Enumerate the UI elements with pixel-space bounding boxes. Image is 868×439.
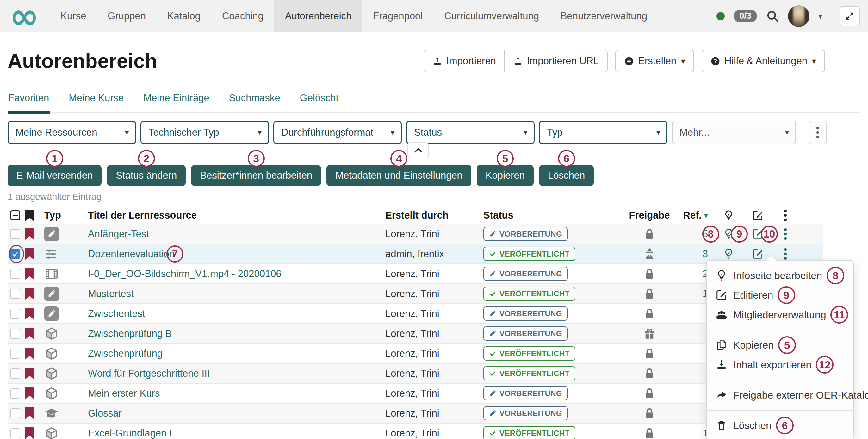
row-menu-kebab-icon-open[interactable] [784, 253, 787, 255]
openolat-infinity-logo[interactable]: ∞ [0, 0, 50, 32]
resource-title-link[interactable]: Glossar [88, 408, 122, 419]
nav-item-coaching[interactable]: Coaching [211, 0, 274, 32]
import-button[interactable]: Importieren [424, 50, 505, 72]
metadata-settings-button[interactable]: 4Metadaten und Einstellungen [327, 165, 471, 186]
row-select-checkbox[interactable] [10, 269, 20, 279]
fullscreen-toggle-button[interactable] [840, 6, 860, 26]
copy-button[interactable]: 5Kopieren [477, 165, 534, 186]
filter-technischer-typ[interactable]: Technischer Typ▾ [141, 121, 269, 144]
resource-title-link[interactable]: Zwischenprüfung [88, 348, 163, 359]
menu-item-freigabe-oer-katalog[interactable]: Freigabe externer OER-Katalog 13 [707, 385, 854, 405]
bookmark-icon[interactable] [25, 268, 34, 280]
column-status[interactable]: Status [483, 207, 616, 224]
lock-icon [643, 307, 656, 320]
user-secret-icon [643, 247, 656, 261]
row-select-checkbox[interactable] [10, 388, 20, 399]
nav-item-fragenpool[interactable]: Fragenpool [362, 0, 433, 32]
bookmark-icon[interactable] [25, 308, 34, 319]
table-settings-kebab-icon[interactable] [784, 214, 787, 217]
row-select-checkbox[interactable] [10, 289, 20, 299]
course-type-icon [44, 386, 59, 401]
select-all-checkbox[interactable] [10, 210, 20, 220]
menu-item-loeschen[interactable]: Löschen 6 [707, 416, 854, 435]
bookmark-icon[interactable] [25, 248, 34, 260]
bookmark-column-icon[interactable] [25, 210, 34, 221]
user-avatar[interactable] [788, 5, 809, 27]
menu-item-inhalt-exportieren[interactable]: Inhalt exportieren 12 [707, 355, 854, 374]
resource-title-link[interactable]: Anfänger-Test [88, 228, 149, 240]
send-email-button[interactable]: 1E-Mail versenden [8, 165, 101, 186]
filter-typ[interactable]: Typ▾ [539, 121, 668, 144]
row-select-checkbox[interactable] [10, 349, 20, 359]
column-freigabe[interactable]: Freigabe [616, 207, 683, 224]
column-erstellt-durch[interactable]: Erstellt durch [385, 207, 483, 224]
tab-meine-eintraege[interactable]: Meine Einträge [143, 92, 209, 112]
resource-title-link[interactable]: Dozentenevaluation [88, 248, 175, 260]
nav-item-benutzerverwaltung[interactable]: Benutzerverwaltung [550, 0, 658, 32]
search-icon[interactable] [766, 9, 779, 23]
menu-item-editieren[interactable]: Editieren 9 [707, 285, 854, 305]
help-dropdown-button[interactable]: Hilfe & Anleitungen▾ [702, 50, 825, 72]
filter-durchfuehrungsformat[interactable]: Durchführungsformat▾ [273, 121, 402, 144]
row-select-checkbox[interactable] [10, 309, 20, 319]
lock-icon [643, 347, 656, 360]
status-badge: VORBEREITUNG [483, 386, 568, 400]
edit-column-icon[interactable] [752, 210, 764, 221]
resource-title-link[interactable]: I-0_Der_OO-Bildschirm_V1.mp4 - 20200106 [88, 268, 282, 280]
nav-item-curriculumverwaltung[interactable]: Curriculumverwaltung [433, 0, 550, 32]
row-menu-kebab-icon[interactable] [784, 233, 787, 235]
row-select-checkbox[interactable] [10, 229, 20, 239]
ref-count-link[interactable]: 3 [703, 248, 708, 260]
users-icon [716, 309, 727, 321]
bookmark-icon[interactable] [25, 228, 34, 240]
edit-icon[interactable] [752, 248, 764, 260]
row-select-checkbox[interactable] [10, 328, 20, 339]
bookmark-icon[interactable] [25, 407, 34, 419]
bookmark-icon[interactable] [25, 288, 34, 300]
bookmark-icon[interactable] [25, 328, 34, 339]
bookmark-icon[interactable] [25, 427, 34, 439]
menu-item-kopieren[interactable]: Kopieren 5 [707, 335, 854, 355]
resource-title-link[interactable]: Zwischentest [88, 308, 145, 319]
lightbulb-column-icon[interactable] [723, 210, 735, 221]
row-select-checkbox[interactable] [10, 369, 20, 379]
column-titel[interactable]: Titel der Lernressource [82, 207, 385, 224]
menu-divider [707, 380, 854, 380]
filter-more[interactable]: Mehr...▾ [672, 121, 796, 144]
column-typ[interactable]: Typ [44, 207, 82, 224]
tab-suchmaske[interactable]: Suchmaske [229, 92, 280, 112]
filter-meine-ressourcen[interactable]: Meine Ressourcen▾ [8, 121, 136, 144]
row-select-checkbox[interactable] [10, 428, 20, 438]
nav-item-autorenbereich[interactable]: Autorenbereich [274, 0, 362, 32]
nav-item-gruppen[interactable]: Gruppen [97, 0, 157, 32]
column-ref-sorted[interactable]: Ref.▾ [683, 207, 714, 224]
resource-title-link[interactable]: Zwischenprüfung B [88, 328, 172, 339]
lightbulb-icon[interactable] [723, 248, 735, 260]
filter-status[interactable]: Status▾ [406, 121, 535, 144]
resource-title-link[interactable]: Word für Fortgeschrittene III [88, 368, 210, 379]
tab-geloescht[interactable]: Gelöscht [300, 92, 338, 112]
create-dropdown-button[interactable]: Erstellen▾ [615, 50, 694, 72]
user-menu-chevron-down-icon[interactable]: ▾ [818, 12, 823, 20]
import-url-button[interactable]: Importieren URL [504, 50, 608, 72]
resource-title-link[interactable]: Mein erster Kurs [88, 388, 160, 399]
resource-title-link[interactable]: Excel-Grundlagen I [88, 428, 172, 439]
nav-item-kurse[interactable]: Kurse [50, 0, 97, 32]
bookmark-icon[interactable] [25, 387, 34, 399]
collapse-toolbar-button[interactable] [407, 142, 429, 158]
menu-item-infoseite-bearbeiten[interactable]: Infoseite bearbeiten 8 [707, 266, 854, 285]
nav-item-katalog[interactable]: Katalog [157, 0, 211, 32]
bookmark-icon[interactable] [25, 348, 34, 359]
tab-favoriten[interactable]: Favoriten [8, 92, 49, 112]
trash-icon [716, 419, 727, 431]
tab-meine-kurse[interactable]: Meine Kurse [69, 92, 124, 112]
delete-button[interactable]: 6Löschen [539, 165, 594, 186]
annotation-circle-12: 12 [816, 356, 834, 374]
change-status-button[interactable]: 2Status ändern [107, 165, 186, 186]
resource-title-link[interactable]: Mustertest [88, 288, 134, 300]
edit-owners-button[interactable]: 3Besitzer*innen bearbeiten [191, 165, 321, 186]
filter-settings-kebab-button[interactable] [809, 121, 827, 144]
bookmark-icon[interactable] [25, 368, 34, 379]
menu-item-mitgliederverwaltung[interactable]: Mitgliederverwaltung 11 [707, 305, 854, 324]
row-select-checkbox[interactable] [10, 408, 20, 418]
